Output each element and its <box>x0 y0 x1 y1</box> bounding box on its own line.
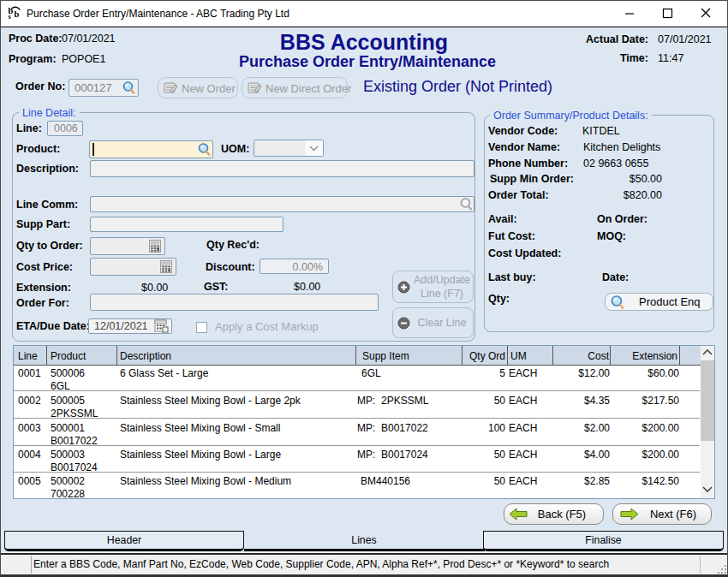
svg-text:b: b <box>15 9 20 19</box>
